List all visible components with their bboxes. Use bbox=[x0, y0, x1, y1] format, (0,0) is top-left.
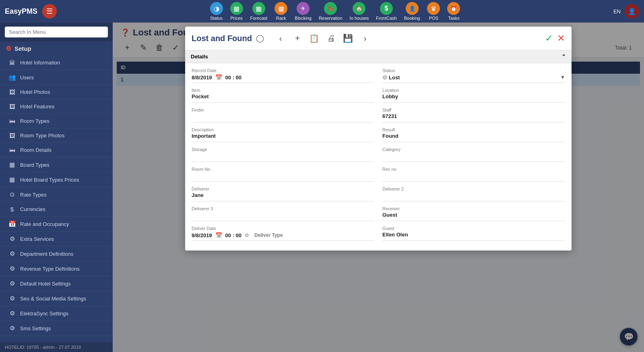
sidebar-item-room-type-photos[interactable]: 🖼 Room Type Photos bbox=[0, 128, 113, 143]
dialog-close-button[interactable]: ✕ bbox=[557, 33, 565, 44]
nav-booking[interactable]: 👤 Booking bbox=[404, 2, 420, 21]
rate-types-icon: ⊙ bbox=[8, 191, 16, 198]
dialog-save-button[interactable]: 💾 bbox=[342, 32, 354, 44]
nav-reservation[interactable]: 🔖 Reservation bbox=[319, 2, 343, 21]
field-rec-no: Rec no bbox=[382, 167, 565, 182]
users-icon: 👥 bbox=[8, 74, 16, 81]
sidebar: ⚙ Setup 🏛 Hotel Information 👥 Users 🖼 Ho… bbox=[0, 23, 113, 352]
nav-inhouses[interactable]: 🏠 In houses bbox=[350, 2, 369, 21]
form-row-5: Storage Category bbox=[192, 147, 565, 164]
details-section-header: Details ⌃ bbox=[185, 50, 572, 63]
tasks-icon: ⏰ bbox=[447, 2, 460, 15]
field-staff: Staff 67231 bbox=[382, 108, 565, 122]
sidebar-item-rate-types[interactable]: ⊙ Rate Types bbox=[0, 187, 113, 202]
field-deliverer: Deliverer Jane bbox=[192, 186, 374, 201]
room-type-photos-icon: 🖼 bbox=[8, 132, 16, 139]
nav-tasks[interactable]: ⏰ Tasks bbox=[447, 2, 460, 21]
sidebar-item-department-definitions[interactable]: ⚙ Department Definitions bbox=[0, 246, 113, 261]
finder-value bbox=[192, 113, 374, 120]
sidebar-item-hotel-information[interactable]: 🏛 Hotel Information bbox=[0, 56, 113, 70]
deliverer2-value bbox=[382, 192, 565, 199]
reservation-icon: 🔖 bbox=[324, 2, 337, 15]
user-avatar[interactable]: 👤 bbox=[625, 4, 639, 19]
nav-frontcash[interactable]: $ FrontCash bbox=[376, 2, 396, 21]
deliver-time-clear-icon[interactable]: ⊙ bbox=[245, 232, 249, 238]
form-row-2: Item Pocket Location Lobby bbox=[192, 88, 565, 105]
dialog-confirm-button[interactable]: ✓ bbox=[545, 33, 553, 44]
sidebar-item-board-types[interactable]: ▦ Board Types bbox=[0, 157, 113, 172]
sms-settings-icon: ⚙ bbox=[8, 325, 16, 332]
sidebar-search-container bbox=[0, 23, 113, 41]
record-date-value: 8/8/2019 bbox=[192, 75, 212, 81]
sidebar-item-seo-social-media[interactable]: ⚙ Seo & Social Media Settings bbox=[0, 291, 113, 306]
nav-blocking[interactable]: ✈ Blocking bbox=[295, 2, 312, 21]
pos-icon: ♛ bbox=[427, 2, 440, 15]
deliverer-value: Jane bbox=[192, 192, 374, 199]
field-result: Result Found bbox=[382, 127, 565, 142]
main-layout: ⚙ Setup 🏛 Hotel Information 👥 Users 🖼 Ho… bbox=[0, 23, 644, 352]
dialog-next-button[interactable]: › bbox=[359, 32, 371, 44]
lang-button[interactable]: EN bbox=[613, 8, 621, 14]
room-details-icon: 🛏 bbox=[8, 147, 16, 153]
sidebar-item-hotel-photos[interactable]: 🖼 Hotel Photos bbox=[0, 85, 113, 99]
sidebar-section-header: ⚙ Setup bbox=[0, 41, 113, 56]
field-category: Category bbox=[382, 147, 565, 162]
sidebar-item-revenue-type-definitions[interactable]: ⚙ Revenue Type Definitions bbox=[0, 261, 113, 276]
status-dropdown-icon[interactable]: ▼ bbox=[560, 75, 565, 80]
extra-services-icon: ⚙ bbox=[8, 235, 16, 242]
rate-occupancy-icon: 📅 bbox=[8, 220, 16, 228]
dialog: Lost and Found ◯ ‹ + 📋 🖨 💾 › ✓ ✕ bbox=[185, 27, 572, 251]
result-value: Found bbox=[382, 133, 565, 140]
sidebar-item-currencies[interactable]: $ Currencies bbox=[0, 202, 113, 217]
dialog-copy-button[interactable]: 📋 bbox=[308, 32, 320, 44]
app-logo: EasyPMS bbox=[5, 7, 37, 16]
receiver-value: Guest bbox=[382, 212, 565, 219]
form-row-8: Deliverer 3 Receiver Guest bbox=[192, 206, 565, 224]
field-receiver: Receiver Guest bbox=[382, 206, 565, 221]
hamburger-button[interactable]: ☰ bbox=[42, 4, 57, 19]
dialog-print-button[interactable]: 🖨 bbox=[325, 32, 337, 44]
sidebar-item-room-types[interactable]: 🛏 Room Types bbox=[0, 114, 113, 128]
form-row-6: Room No Rec no bbox=[192, 167, 565, 184]
nav-prices[interactable]: ▦ Prices bbox=[230, 2, 243, 21]
field-deliver-date: Deliver Date 9/8/2019 📅 00 : 00 ⊙ Delive… bbox=[192, 226, 374, 241]
sidebar-item-hotel-board-types-prices[interactable]: ▦ Hotel Board Types Prices bbox=[0, 172, 113, 187]
sidebar-item-hotel-features[interactable]: 🖼 Hotel Features bbox=[0, 99, 113, 114]
sidebar-item-rate-and-occupancy[interactable]: 📅 Rate and Occupancy bbox=[0, 217, 113, 232]
sidebar-item-elektrasync[interactable]: ⚙ ElektraSync Settings bbox=[0, 306, 113, 321]
hotel-board-types-prices-icon: ▦ bbox=[8, 176, 16, 183]
form-row-4: Description Important Result Found bbox=[192, 127, 565, 145]
hotel-information-icon: 🏛 bbox=[8, 59, 16, 66]
storage-value bbox=[192, 153, 374, 160]
deliver-calendar-icon[interactable]: 📅 bbox=[215, 232, 222, 238]
dialog-header: Lost and Found ◯ ‹ + 📋 🖨 💾 › ✓ ✕ bbox=[185, 27, 572, 50]
nav-pos[interactable]: ♛ POS bbox=[427, 2, 440, 21]
nav-status[interactable]: ◑ Status bbox=[210, 2, 223, 21]
inhouses-icon: 🏠 bbox=[353, 2, 365, 15]
location-value: Lobby bbox=[382, 93, 565, 101]
deliver-type-label: Deliver Type bbox=[254, 232, 283, 238]
sidebar-item-default-hotel-settings[interactable]: ⚙ Default Hotel Settings bbox=[0, 276, 113, 291]
dialog-add-button[interactable]: + bbox=[291, 32, 303, 44]
nav-forecast[interactable]: ▦ Forecast bbox=[250, 2, 268, 21]
nav-rack[interactable]: ▦ Rack bbox=[275, 2, 287, 21]
blocking-icon: ✈ bbox=[297, 2, 310, 15]
modal-overlay: Lost and Found ◯ ‹ + 📋 🖨 💾 › ✓ ✕ bbox=[113, 23, 644, 352]
booking-icon: 👤 bbox=[406, 2, 419, 15]
search-input[interactable] bbox=[5, 27, 108, 37]
form-row-3: Finder Staff 67231 bbox=[192, 108, 565, 125]
field-record-date: Record Date 8/8/2019 📅 00 : 00 bbox=[192, 68, 374, 83]
collapse-icon[interactable]: ⌃ bbox=[561, 54, 566, 60]
rec-no-value bbox=[382, 172, 565, 180]
sidebar-item-sms-settings[interactable]: ⚙ Sms Settings bbox=[0, 321, 113, 336]
history-icon[interactable]: ◯ bbox=[256, 34, 264, 43]
dialog-prev-button[interactable]: ‹ bbox=[275, 32, 287, 44]
sidebar-item-extra-services[interactable]: ⚙ Extra Services bbox=[0, 232, 113, 246]
calendar-icon[interactable]: 📅 bbox=[215, 74, 222, 81]
sidebar-item-room-details[interactable]: 🛏 Room Details bbox=[0, 143, 113, 157]
sidebar-item-users[interactable]: 👥 Users bbox=[0, 70, 113, 85]
sidebar-footer: HOTELID: 19705 - admin - 27.07.2019 bbox=[0, 342, 113, 352]
form-row-9: Deliver Date 9/8/2019 📅 00 : 00 ⊙ Delive… bbox=[192, 226, 565, 243]
elektrasync-icon: ⚙ bbox=[8, 310, 16, 317]
form-row-7: Deliverer Jane Deliverer 2 bbox=[192, 186, 565, 204]
